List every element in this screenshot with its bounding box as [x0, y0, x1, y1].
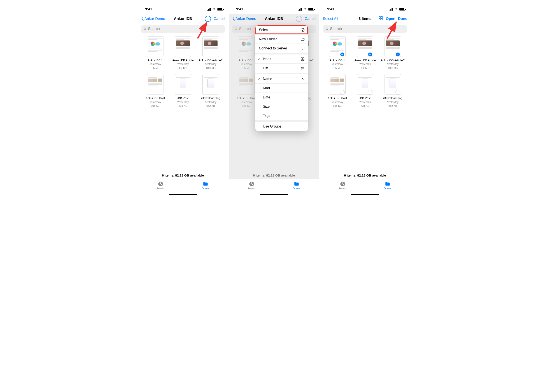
file-item[interactable]: iDownloadBlogYesterday652 KB	[380, 74, 406, 108]
wifi-icon	[394, 7, 398, 12]
file-date: Yesterday	[170, 63, 196, 66]
file-date: Yesterday	[325, 101, 350, 104]
file-date: Yesterday	[325, 63, 350, 66]
menu-sort-date[interactable]: Date	[255, 93, 308, 102]
tab-browse[interactable]: Browse	[374, 181, 401, 190]
home-indicator[interactable]	[260, 194, 288, 195]
file-size: 652 KB	[198, 104, 223, 108]
file-date: Yesterday	[352, 101, 378, 104]
menu-connect-server[interactable]: Connect to Server	[255, 44, 308, 53]
menu-view-icons[interactable]: ✓ Icons	[255, 55, 308, 64]
svg-rect-15	[379, 18, 381, 20]
cellular-icon	[299, 8, 302, 11]
cancel-button[interactable]: Cancel	[305, 17, 316, 21]
menu-new-folder[interactable]: New Folder	[255, 35, 308, 44]
svg-point-12	[301, 69, 302, 69]
done-button[interactable]: Done	[398, 17, 407, 21]
file-date: Yesterday	[170, 101, 196, 104]
svg-rect-8	[301, 59, 302, 60]
selection-check-icon[interactable]	[395, 52, 400, 57]
file-name: Ankur iDB Article-2	[380, 59, 406, 62]
search-input[interactable]	[330, 27, 405, 31]
search-field[interactable]	[323, 25, 407, 33]
wifi-icon	[212, 7, 216, 12]
cancel-button[interactable]: Cancel	[214, 17, 225, 21]
storage-summary: 6 items, 82.18 GB available	[229, 174, 319, 177]
screen-2: 9:41 Ankur Demo Ankur iDB Cancel Ankur i…	[229, 4, 319, 197]
tab-browse[interactable]: Browse	[192, 181, 219, 190]
file-name: Ankur iDB Post	[142, 97, 168, 100]
cellular-icon	[207, 8, 211, 11]
file-name: Ankur iDB Article-2	[198, 59, 223, 62]
file-name: Ankur iDB Article	[170, 59, 196, 62]
folder-icon	[385, 181, 391, 187]
file-date: Yesterday	[142, 101, 168, 104]
selection-check-icon[interactable]	[368, 52, 372, 57]
tab-recents[interactable]: Recents	[330, 181, 356, 190]
home-indicator[interactable]	[351, 194, 379, 195]
list-icon	[300, 66, 305, 70]
view-mode-button[interactable]	[378, 16, 383, 22]
file-thumbnail	[147, 36, 164, 57]
status-time: 9:41	[145, 7, 152, 11]
menu-sort-tags[interactable]: Tags	[255, 111, 308, 120]
menu-view-list[interactable]: List	[255, 64, 308, 73]
file-item[interactable]: Ankur iDB 1Yesterday1.6 MB	[142, 36, 168, 70]
file-size: 10.8 MB	[198, 67, 223, 70]
clock-icon	[340, 181, 346, 187]
display-icon	[300, 46, 305, 50]
menu-use-groups[interactable]: Use Groups	[255, 122, 308, 131]
checkmark-icon: ✓	[258, 57, 261, 61]
menu-sort-name[interactable]: ✓ Name	[255, 74, 308, 84]
file-item[interactable]: iDB PostYesterday431 KB	[352, 74, 378, 108]
file-date: Yesterday	[142, 63, 168, 66]
search-input[interactable]	[148, 27, 223, 31]
selection-check-icon[interactable]	[395, 90, 400, 95]
search-field[interactable]	[141, 25, 225, 33]
file-name: Ankur iDB 1	[325, 59, 350, 62]
clock-icon	[158, 181, 164, 187]
battery-icon	[308, 8, 314, 11]
file-item[interactable]: Ankur iDB ArticleYesterday1.6 MB	[170, 36, 196, 70]
menu-sort-size[interactable]: Size	[255, 102, 308, 111]
file-item[interactable]: Ankur iDB PostYesterday906 KB	[142, 74, 168, 108]
file-item[interactable]: iDownloadBlogYesterday652 KB	[198, 74, 223, 108]
more-button[interactable]	[205, 16, 211, 22]
more-button[interactable]	[296, 16, 302, 22]
menu-select[interactable]: Select	[255, 25, 308, 35]
file-date: Yesterday	[198, 63, 223, 66]
folder-icon	[294, 181, 299, 187]
storage-summary: 6 items, 82.18 GB available	[138, 174, 228, 177]
tab-recents[interactable]: Recents	[148, 181, 174, 190]
battery-icon	[399, 8, 405, 11]
select-all-button[interactable]: Select All	[323, 17, 338, 21]
file-item[interactable]: Ankur iDB ArticleYesterday1.6 MB	[352, 36, 378, 70]
search-icon	[143, 27, 147, 31]
open-button[interactable]: Open	[386, 17, 395, 21]
menu-sort-kind[interactable]: Kind	[255, 84, 308, 93]
file-name: Ankur iDB Post	[325, 97, 350, 100]
nav-bar: Ankur Demo Ankur iDB Cancel	[229, 14, 319, 24]
file-item[interactable]: iDB PostYesterday431 KB	[170, 74, 196, 108]
file-size: 1.6 MB	[352, 67, 378, 70]
back-button[interactable]: Ankur Demo	[141, 17, 165, 21]
file-grid: Ankur iDB 1Yesterday1.6 MBAnkur iDB Arti…	[138, 35, 228, 108]
file-size: 431 KB	[170, 104, 196, 108]
file-size: 10.8 MB	[380, 67, 406, 70]
svg-point-3	[301, 28, 304, 31]
tab-recents[interactable]: Recents	[239, 181, 265, 190]
status-time: 9:41	[236, 7, 243, 11]
screen-3: 9:41 Select All 3 Items Open Done Ankur …	[320, 4, 410, 197]
file-item[interactable]: Ankur iDB 1Yesterday1.6 MB	[325, 36, 350, 70]
file-item[interactable]: Ankur iDB Article-2Yesterday10.8 MB	[198, 36, 223, 70]
status-time: 9:41	[327, 7, 334, 11]
svg-rect-5	[301, 47, 304, 49]
file-thumbnail	[175, 74, 191, 95]
file-item[interactable]: Ankur iDB Article-2Yesterday10.8 MB	[380, 36, 406, 70]
file-item[interactable]: Ankur iDB PostYesterday906 KB	[325, 74, 350, 108]
tab-browse[interactable]: Browse	[283, 181, 310, 190]
file-thumbnail	[147, 74, 164, 95]
home-indicator[interactable]	[169, 194, 197, 195]
back-button[interactable]: Ankur Demo	[232, 17, 256, 21]
file-thumbnail	[202, 74, 219, 95]
